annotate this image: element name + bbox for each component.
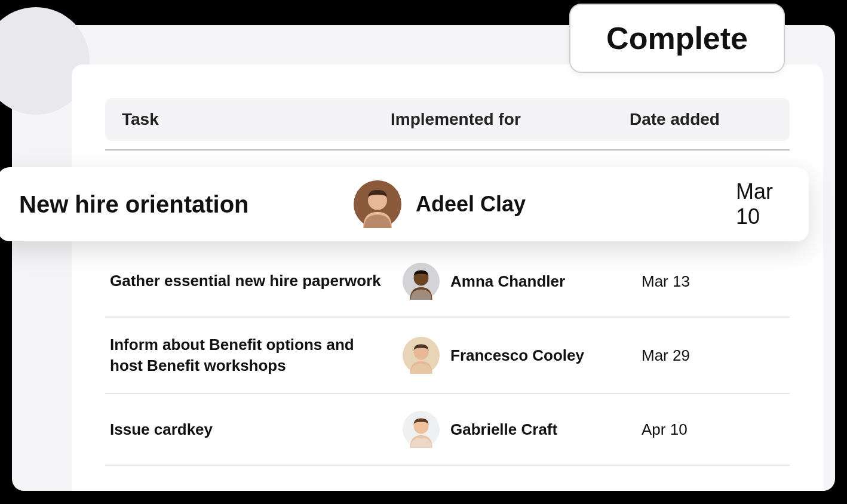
table-body: New hire orientation Adeel Clay Mar 10 G… [105, 150, 790, 466]
assignee-name: Adeel Clay [416, 192, 526, 217]
column-header-task: Task [122, 110, 391, 129]
task-name: Inform about Benefit options and host Be… [110, 334, 403, 376]
avatar [403, 337, 440, 374]
assignee-cell: Francesco Cooley [403, 337, 642, 374]
date-added: Apr 10 [642, 420, 785, 439]
table-header: Task Implemented for Date added [105, 98, 790, 141]
task-name: Gather essential new hire paperwork [110, 271, 403, 291]
column-header-implemented-for: Implemented for [391, 110, 630, 129]
assignee-cell: Amna Chandler [403, 263, 642, 300]
date-added: Mar 29 [642, 346, 785, 365]
task-name: New hire orientation [19, 191, 354, 218]
assignee-cell: Adeel Clay [354, 180, 736, 228]
task-row[interactable]: Gather essential new hire paperwork Amna… [105, 246, 790, 318]
app-frame: Complete Task Implemented for Date added… [12, 25, 835, 491]
task-list-card: Task Implemented for Date added New hire… [72, 64, 823, 491]
assignee-name: Francesco Cooley [450, 346, 584, 365]
column-header-date-added: Date added [630, 110, 773, 129]
avatar [403, 263, 440, 300]
assignee-cell: Gabrielle Craft [403, 411, 642, 448]
assignee-name: Amna Chandler [450, 272, 565, 291]
task-row-highlighted[interactable]: New hire orientation Adeel Clay Mar 10 [0, 167, 809, 241]
date-added: Mar 10 [736, 179, 787, 229]
avatar [403, 411, 440, 448]
avatar [354, 180, 401, 228]
task-row[interactable]: Inform about Benefit options and host Be… [105, 318, 790, 394]
status-tab-complete[interactable]: Complete [569, 4, 785, 73]
assignee-name: Gabrielle Craft [450, 420, 557, 439]
task-row[interactable]: Issue cardkey Gabrielle Craft Apr 10 [105, 394, 790, 466]
task-name: Issue cardkey [110, 419, 403, 440]
date-added: Mar 13 [642, 272, 785, 291]
status-tab-label: Complete [606, 21, 748, 56]
